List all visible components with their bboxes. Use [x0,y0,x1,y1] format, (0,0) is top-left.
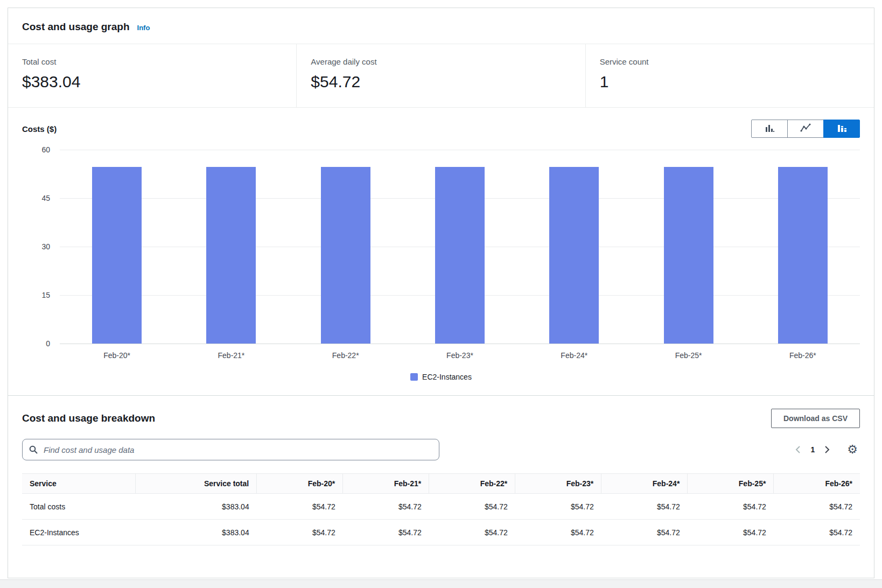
table-header-cell: Feb-26* [774,474,860,494]
chart-y-axis-title: Costs ($) [22,124,57,134]
chart-plot: 604530150 [22,150,860,344]
previous-page-button[interactable] [791,443,806,456]
table-cell: $54.72 [257,494,343,520]
table-header-cell: Service total [135,474,257,494]
gridline [60,344,860,344]
chevron-left-icon [794,445,803,454]
stat-average-daily-cost: Average daily cost $54.72 [296,44,585,107]
x-tick-label: Feb-25* [631,351,745,360]
bar[interactable] [206,167,256,344]
settings-button[interactable]: ⚙ [845,443,860,457]
table-row: Total costs$383.04$54.72$54.72$54.72$54.… [22,494,860,520]
pagination: 1 ⚙ [791,443,860,457]
bar-cell [60,150,174,344]
table-cell: $54.72 [343,494,429,520]
legend-label: EC2-Instances [422,373,472,381]
table-cell: $54.72 [774,494,860,520]
chart-type-line-button[interactable] [787,120,824,138]
cost-usage-card: Cost and usage graph Info Total cost $38… [8,8,874,578]
download-csv-button[interactable]: Download as CSV [771,409,860,428]
x-axis: Feb-20*Feb-21*Feb-22*Feb-23*Feb-24*Feb-2… [60,351,860,360]
x-tick-label: Feb-21* [174,351,288,360]
y-tick-label: 60 [41,145,50,154]
stat-service-count: Service count 1 [585,44,874,107]
card-header: Cost and usage graph Info [8,8,874,44]
table-cell: $54.72 [429,520,515,545]
table-header-cell: Feb-24* [601,474,688,494]
table-cell-service: EC2-Instances [22,520,135,545]
info-link[interactable]: Info [137,24,150,32]
chart-type-bar-button[interactable] [751,120,788,138]
table-header-cell: Feb-20* [257,474,343,494]
y-axis: 604530150 [22,150,60,344]
page-title: Cost and usage graph [22,21,130,33]
table-header-row: ServiceService totalFeb-20*Feb-21*Feb-22… [22,474,860,494]
table-cell: $54.72 [601,520,688,545]
bar-cell [289,150,403,344]
y-tick-label: 0 [46,339,50,348]
table-row: EC2-Instances$383.04$54.72$54.72$54.72$5… [22,520,860,545]
table-cell: $54.72 [601,494,688,520]
gear-icon: ⚙ [847,443,858,456]
breakdown-section: Cost and usage breakdown Download as CSV [8,396,874,578]
table-cell-service: Total costs [22,494,135,520]
bar[interactable] [664,167,713,344]
stat-label: Service count [600,57,860,66]
bar-cell [746,150,860,344]
bar[interactable] [92,167,142,344]
table-cell: $54.72 [688,520,774,545]
table-header-cell: Service [22,474,135,494]
stat-value: 1 [600,72,860,92]
table-cell: $54.72 [688,494,774,520]
stacked-bar-chart-icon [836,122,848,136]
bar[interactable] [321,167,370,344]
x-tick-label: Feb-20* [60,351,174,360]
y-tick-label: 45 [41,194,50,202]
stat-label: Total cost [22,57,282,66]
bar-cell [403,150,517,344]
table-cell: $54.72 [515,520,601,545]
chart-type-toggle-group [751,120,860,138]
bar-chart-icon [764,122,775,136]
table-cell: $54.72 [429,494,515,520]
summary-stats: Total cost $383.04 Average daily cost $5… [8,44,874,108]
x-tick-label: Feb-24* [517,351,631,360]
search-box[interactable] [22,439,439,460]
bottom-gutter [0,579,882,588]
bar[interactable] [778,167,828,344]
line-chart-icon [800,122,811,136]
chart-section: Costs ($) [8,108,874,396]
table-cell: $54.72 [515,494,601,520]
search-input[interactable] [43,445,432,455]
bar[interactable] [549,167,599,344]
table-header-cell: Feb-21* [343,474,429,494]
bar-cell [631,150,745,344]
plot-area [60,150,860,344]
table-header-cell: Feb-22* [429,474,515,494]
chart-header: Costs ($) [22,120,860,138]
x-tick-label: Feb-22* [289,351,403,360]
chart-type-stacked-bar-button[interactable] [823,120,860,138]
bar-cell [174,150,288,344]
bar[interactable] [435,167,485,344]
next-page-button[interactable] [819,443,834,456]
bars [60,150,860,344]
y-tick-label: 30 [41,242,50,251]
table-cell: $383.04 [135,494,257,520]
chevron-right-icon [822,445,831,454]
stat-label: Average daily cost [311,57,571,66]
breakdown-controls: 1 ⚙ [22,439,860,460]
bar-cell [517,150,631,344]
table-header-cell: Feb-25* [688,474,774,494]
stat-value: $383.04 [22,72,282,92]
table-header-cell: Feb-23* [515,474,601,494]
legend-swatch [410,373,418,381]
table-cell: $383.04 [135,520,257,545]
breakdown-header: Cost and usage breakdown Download as CSV [22,409,860,428]
breakdown-table: ServiceService totalFeb-20*Feb-21*Feb-22… [22,473,860,545]
search-icon [29,445,38,454]
table-cell: $54.72 [343,520,429,545]
y-tick-label: 15 [41,291,50,299]
legend: EC2-Instances [22,373,860,381]
table-cell: $54.72 [774,520,860,545]
